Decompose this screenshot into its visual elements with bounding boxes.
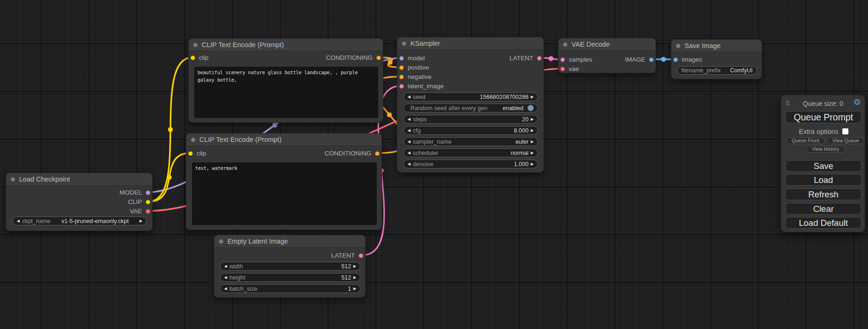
link-midpoint-dot [661, 57, 666, 62]
output-label-clip: CLIP [128, 198, 142, 206]
port-model-in[interactable] [399, 56, 404, 61]
save-button[interactable]: Save [785, 160, 861, 172]
steps-widget[interactable]: ◀ steps 20 ▶ [403, 115, 538, 124]
view-queue-button[interactable]: View Queue [827, 137, 864, 144]
toggle-dot[interactable] [528, 105, 534, 111]
port-vae[interactable] [146, 209, 150, 214]
queue-size-label: Queue size: 0 [781, 100, 865, 108]
next-arrow-icon[interactable]: ▶ [531, 129, 534, 133]
node-save-image[interactable]: Save Image images filename_prefix ComfyU… [671, 39, 762, 79]
input-label-images: images [682, 56, 702, 63]
load-default-button[interactable]: Load Default [785, 217, 861, 229]
port-vae-in[interactable] [560, 67, 565, 71]
input-label-latent-image: latent_image [408, 83, 444, 90]
node-clip-text-encode-negative[interactable]: CLIP Text Encode (Prompt) clip CONDITION… [186, 133, 382, 230]
prev-arrow-icon[interactable]: ◀ [408, 151, 410, 155]
node-title: CLIP Text Encode (Prompt) [202, 39, 284, 51]
input-label-positive: positive [408, 64, 429, 71]
node-load-checkpoint[interactable]: Load Checkpoint MODEL CLIP VAE ◀ ckpt_na… [6, 173, 153, 231]
prev-arrow-icon[interactable]: ◀ [408, 162, 410, 166]
output-label-conditioning: CONDITIONING [326, 54, 373, 62]
random-seed-widget[interactable]: Random seed after every gen enabled [403, 104, 538, 112]
input-label-vae: vae [569, 65, 579, 73]
ckpt-name-widget[interactable]: ◀ ckpt_name v1-5-pruned-emaonly.ckpt ▶ [13, 217, 147, 225]
port-latent-out[interactable] [359, 253, 363, 258]
extra-options-checkbox[interactable] [842, 128, 848, 134]
queue-front-button[interactable]: Queue Front [786, 137, 825, 144]
port-samples-in[interactable] [560, 57, 565, 62]
port-image-out[interactable] [649, 57, 654, 62]
clear-button[interactable]: Clear [785, 203, 861, 215]
filename-prefix-widget[interactable]: filename_prefix ComfyUI [677, 66, 757, 75]
node-title: Empty Latent Image [227, 235, 288, 247]
collapse-dot[interactable] [563, 42, 567, 47]
port-conditioning-out[interactable] [375, 151, 380, 156]
next-arrow-icon[interactable]: ▶ [531, 140, 534, 144]
load-button[interactable]: Load [785, 174, 861, 186]
next-arrow-icon[interactable]: ▶ [531, 95, 534, 99]
prev-arrow-icon[interactable]: ◀ [224, 265, 227, 268]
node-vae-decode[interactable]: VAE Decode samples vae IMAGE [558, 38, 656, 73]
node-ksampler[interactable]: KSampler model positive negative latent_… [397, 37, 544, 173]
collapse-dot[interactable] [402, 42, 406, 46]
next-arrow-icon[interactable]: ▶ [140, 219, 142, 223]
prev-arrow-icon[interactable]: ◀ [408, 118, 410, 121]
output-label-vae: VAE [130, 208, 142, 215]
next-arrow-icon[interactable]: ▶ [531, 151, 534, 155]
port-negative-in[interactable] [399, 75, 404, 79]
node-clip-text-encode-positive[interactable]: CLIP Text Encode (Prompt) clip CONDITION… [188, 38, 383, 123]
port-clip-in[interactable] [188, 151, 193, 156]
port-positive-in[interactable] [399, 65, 404, 70]
collapse-dot[interactable] [11, 177, 15, 182]
gear-icon[interactable]: ⚙ [854, 98, 861, 106]
output-label-conditioning: CONDITIONING [325, 150, 371, 157]
prev-arrow-icon[interactable]: ◀ [408, 95, 410, 99]
collapse-dot[interactable] [193, 43, 198, 47]
node-title: CLIP Text Encode (Prompt) [199, 133, 282, 146]
extra-options-label: Extra options [799, 128, 839, 135]
scheduler-widget[interactable]: ◀ scheduler normal ▶ [403, 148, 538, 157]
port-clip-in[interactable] [191, 56, 195, 60]
next-arrow-icon[interactable]: ▶ [353, 276, 356, 280]
input-label-clip: clip [199, 54, 208, 62]
prev-arrow-icon[interactable]: ◀ [224, 287, 227, 291]
prev-arrow-icon[interactable]: ◀ [224, 276, 227, 280]
port-latent-out[interactable] [537, 56, 542, 61]
height-widget[interactable]: ◀ height 512 ▶ [220, 273, 360, 282]
prompt-textarea[interactable]: beautiful scenery nature glass bottle la… [194, 67, 378, 118]
next-arrow-icon[interactable]: ▶ [531, 162, 534, 166]
prompt-textarea[interactable]: text, watermark [192, 162, 377, 225]
port-images-in[interactable] [673, 57, 678, 62]
denoise-widget[interactable]: ◀ denoise 1.000 ▶ [403, 160, 538, 168]
prev-arrow-icon[interactable]: ◀ [408, 129, 410, 133]
output-label-model: MODEL [120, 189, 142, 196]
collapse-dot[interactable] [676, 44, 680, 48]
cfg-widget[interactable]: ◀ cfg 8.000 ▶ [403, 126, 538, 135]
queue-prompt-button[interactable]: Queue Prompt [785, 111, 861, 123]
next-arrow-icon[interactable]: ▶ [531, 118, 534, 121]
next-arrow-icon[interactable]: ▶ [353, 265, 356, 268]
seed-widget[interactable]: ◀ seed 156680208700286 ▶ [403, 92, 538, 101]
view-history-button[interactable]: View History [806, 146, 845, 153]
link-midpoint-dot [549, 56, 553, 61]
prev-arrow-icon[interactable]: ◀ [17, 219, 20, 223]
refresh-button[interactable]: Refresh [785, 189, 861, 200]
link-midpoint-dot [167, 175, 171, 180]
collapse-dot[interactable] [219, 239, 223, 244]
port-latent-image-in[interactable] [399, 84, 404, 89]
node-graph-canvas[interactable]: Load Checkpoint MODEL CLIP VAE ◀ ckpt_na… [0, 0, 868, 329]
width-widget[interactable]: ◀ width 512 ▶ [220, 262, 360, 271]
queue-menu-panel[interactable]: ⠿ Queue size: 0 ⚙ Queue Prompt Extra opt… [781, 95, 865, 232]
batch-size-widget[interactable]: ◀ batch_size 1 ▶ [220, 284, 360, 293]
collapse-dot[interactable] [191, 138, 195, 142]
link-midpoint-dot [388, 60, 392, 64]
port-clip[interactable] [146, 200, 150, 204]
node-title: KSampler [410, 37, 440, 49]
next-arrow-icon[interactable]: ▶ [353, 287, 356, 291]
node-empty-latent-image[interactable]: Empty Latent Image LATENT ◀ width 512 ▶ … [214, 235, 366, 298]
output-label-latent: LATENT [509, 55, 533, 62]
port-model[interactable] [146, 190, 150, 195]
prev-arrow-icon[interactable]: ◀ [408, 140, 410, 144]
port-conditioning-out[interactable] [376, 56, 381, 60]
sampler-name-widget[interactable]: ◀ sampler_name euler ▶ [403, 137, 538, 146]
